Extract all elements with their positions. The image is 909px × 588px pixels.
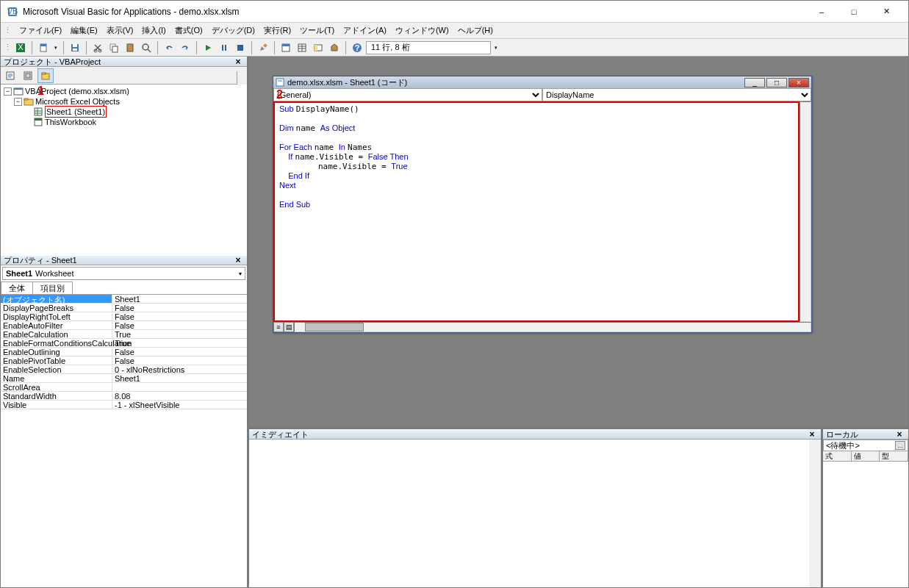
property-value[interactable]: -1 - xlSheetVisible xyxy=(112,401,247,409)
toolbox-button[interactable] xyxy=(327,40,342,55)
property-row[interactable]: ScrollArea xyxy=(1,383,247,392)
locals-col-type[interactable]: 型 xyxy=(880,451,908,461)
code-editor[interactable]: Sub DisplayName() Dim name As Object For… xyxy=(273,101,800,322)
insert-module-dropdown[interactable]: ▾ xyxy=(52,40,60,55)
property-value[interactable]: True xyxy=(112,330,247,338)
property-value[interactable]: True xyxy=(112,339,247,347)
close-button[interactable]: ✕ xyxy=(870,1,902,22)
properties-panel-close[interactable]: × xyxy=(232,254,244,266)
menu-debug[interactable]: デバッグ(D) xyxy=(207,24,259,37)
property-row[interactable]: EnablePivotTableFalse xyxy=(1,356,247,365)
menu-run[interactable]: 実行(R) xyxy=(259,24,295,37)
code-window-titlebar[interactable]: demo.xlsx.xlsm - Sheet1 (コード) _ □ × xyxy=(273,76,811,88)
property-value[interactable]: 0 - xlNoRestrictions xyxy=(112,365,247,373)
property-row[interactable]: EnableOutliningFalse xyxy=(1,348,247,356)
menu-file[interactable]: ファイル(F) xyxy=(15,24,66,37)
property-row[interactable]: EnableAutoFilterFalse xyxy=(1,321,247,330)
paste-button[interactable] xyxy=(123,40,137,55)
properties-tab-category[interactable]: 項目別 xyxy=(32,282,73,294)
immediate-panel-close[interactable]: × xyxy=(806,429,818,440)
code-scrollbar-vertical[interactable] xyxy=(800,101,811,322)
property-value[interactable]: False xyxy=(112,312,247,320)
properties-window-button[interactable] xyxy=(295,40,309,55)
immediate-window[interactable] xyxy=(249,440,821,587)
find-button[interactable] xyxy=(139,40,154,55)
redo-button[interactable] xyxy=(178,40,193,55)
menu-tools[interactable]: ツール(T) xyxy=(295,24,339,37)
menu-insert[interactable]: 挿入(I) xyxy=(137,24,170,37)
property-row[interactable]: DisplayPageBreaksFalse xyxy=(1,304,247,312)
tree-folder[interactable]: Microsoft Excel Objects xyxy=(35,96,120,107)
view-object-button[interactable] xyxy=(20,68,36,83)
locals-panel-close[interactable]: × xyxy=(894,429,905,440)
copy-button[interactable] xyxy=(107,40,121,55)
object-browser-button[interactable] xyxy=(311,40,326,55)
code-window-close[interactable]: × xyxy=(788,78,809,87)
procedure-view-button[interactable]: ≡ xyxy=(273,322,284,332)
code-scrollbar-horizontal[interactable] xyxy=(294,322,811,332)
code-window-minimize[interactable]: _ xyxy=(744,78,765,87)
property-row[interactable]: NameSheet1 xyxy=(1,374,247,383)
locals-panel: ローカル × <待機中> … 式 値 型 xyxy=(823,429,908,587)
tree-project[interactable]: VBAProject (demo.xlsx.xlsm) xyxy=(25,86,129,96)
property-row[interactable]: (オブジェクト名)Sheet1 xyxy=(1,295,247,304)
property-name: (オブジェクト名) xyxy=(1,295,112,303)
tree-sheet1[interactable]: Sheet1 (Sheet1) xyxy=(45,106,107,118)
menu-help[interactable]: ヘルプ(H) xyxy=(453,24,497,37)
properties-tab-alpha[interactable]: 全体 xyxy=(1,282,33,294)
menu-edit[interactable]: 編集(E) xyxy=(66,24,102,37)
view-code-button[interactable] xyxy=(2,68,18,83)
save-button[interactable] xyxy=(68,40,82,55)
menu-addins[interactable]: アドイン(A) xyxy=(339,24,391,37)
project-explorer-button[interactable] xyxy=(279,40,293,55)
immediate-scrollbar[interactable] xyxy=(809,440,821,587)
full-view-button[interactable]: ▤ xyxy=(284,322,294,332)
property-value[interactable]: False xyxy=(112,348,247,356)
tree-thisworkbook[interactable]: ThisWorkbook xyxy=(45,117,96,127)
insert-module-button[interactable] xyxy=(36,40,51,55)
minimize-button[interactable]: – xyxy=(805,1,838,22)
locals-col-expr[interactable]: 式 xyxy=(823,451,852,461)
property-value[interactable]: Sheet1 xyxy=(112,374,247,382)
property-value[interactable]: 8.08 xyxy=(112,392,247,400)
property-row[interactable]: Visible-1 - xlSheetVisible xyxy=(1,401,247,409)
help-button[interactable]: ? xyxy=(350,40,364,55)
toggle-folders-button[interactable] xyxy=(37,68,54,83)
reset-button[interactable] xyxy=(233,40,248,55)
project-tree[interactable]: 1 − VBAProject (demo.xlsx.xlsm) − Micros… xyxy=(1,85,247,255)
property-value[interactable]: Sheet1 xyxy=(112,295,247,303)
locals-status-button[interactable]: … xyxy=(895,441,905,450)
break-button[interactable] xyxy=(217,40,231,55)
locals-body[interactable] xyxy=(823,462,908,587)
menu-format[interactable]: 書式(O) xyxy=(170,24,207,37)
properties-object-selector[interactable]: Sheet1 Worksheet ▾ xyxy=(2,267,245,280)
svg-rect-9 xyxy=(73,49,77,51)
property-value[interactable]: False xyxy=(112,356,247,365)
toolbar-overflow[interactable]: ▾ xyxy=(492,40,500,55)
property-row[interactable]: StandardWidth8.08 xyxy=(1,392,247,401)
code-window-maximize[interactable]: □ xyxy=(766,78,787,87)
project-panel-close[interactable]: × xyxy=(232,57,244,68)
properties-grid[interactable]: (オブジェクト名)Sheet1DisplayPageBreaksFalseDis… xyxy=(1,295,247,587)
locals-col-val[interactable]: 値 xyxy=(852,451,880,461)
run-button[interactable] xyxy=(201,40,215,55)
code-object-selector[interactable]: (General) xyxy=(273,88,542,101)
maximize-button[interactable]: □ xyxy=(838,1,870,22)
tree-toggle[interactable]: − xyxy=(4,87,12,96)
design-mode-button[interactable] xyxy=(256,40,270,55)
property-row[interactable]: EnableCalculationTrue xyxy=(1,330,247,339)
menu-view[interactable]: 表示(V) xyxy=(102,24,138,37)
property-row[interactable]: EnableFormatConditionsCalculationTrue xyxy=(1,339,247,348)
property-row[interactable]: EnableSelection0 - xlNoRestrictions xyxy=(1,365,247,374)
tree-toggle[interactable]: − xyxy=(14,98,22,106)
property-row[interactable]: DisplayRightToLeftFalse xyxy=(1,312,247,321)
property-value[interactable]: False xyxy=(112,304,247,312)
property-value[interactable] xyxy=(112,383,247,391)
property-value[interactable]: False xyxy=(112,321,247,329)
undo-button[interactable] xyxy=(162,40,176,55)
view-excel-button[interactable]: X xyxy=(13,40,28,55)
cut-button[interactable] xyxy=(90,40,105,55)
menu-window[interactable]: ウィンドウ(W) xyxy=(391,24,453,37)
svg-text:VB: VB xyxy=(7,7,18,15)
code-procedure-selector[interactable]: DisplayName xyxy=(542,88,811,101)
